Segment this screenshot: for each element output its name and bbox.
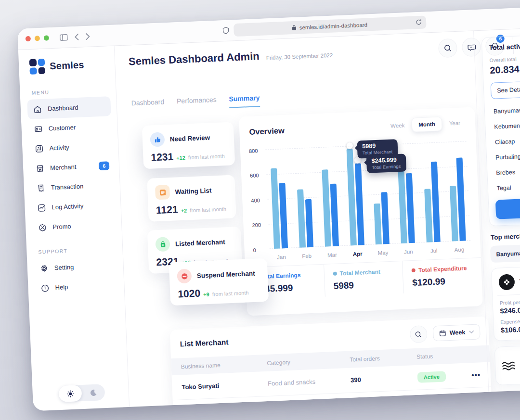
region-item[interactable]: Kebumen [492, 116, 520, 135]
sidebar-toggle-icon[interactable] [60, 34, 68, 41]
range-month[interactable]: Month [412, 116, 442, 132]
row-menu-button[interactable]: ••• [462, 370, 491, 379]
stat-label: Suspend Merchant [196, 269, 255, 279]
y-axis-tick: 200 [252, 222, 261, 228]
shield-icon[interactable] [222, 27, 229, 35]
refresh-icon[interactable] [415, 19, 422, 26]
merchant-logo-icon [498, 274, 515, 290]
range-year[interactable]: Year [442, 116, 467, 130]
filter-value: Banyumas [496, 250, 520, 258]
stat-value: 1121 [156, 204, 179, 216]
sidebar-item-promo[interactable]: Promo [32, 215, 116, 238]
traffic-light-minimize-icon[interactable] [35, 36, 40, 41]
sidebar-item-customer[interactable]: Customer [28, 116, 112, 139]
theme-toggle[interactable] [58, 384, 105, 402]
bar-group-mar[interactable]: Mar [318, 144, 342, 259]
column-total-orders: Total orders [340, 354, 407, 363]
stat-delta-suffix: from last month [190, 206, 226, 213]
sidebar-item-transaction[interactable]: Transaction [30, 175, 115, 198]
stat-delta: +9 [203, 292, 209, 298]
bar-group-jan[interactable]: Jan [267, 146, 291, 261]
stat-label: Listed Merchant [175, 238, 225, 247]
row-menu-button[interactable]: ••• [463, 395, 492, 404]
bar-group-jul[interactable]: Jul [420, 140, 444, 255]
tooltip-value: 5989 [362, 142, 392, 150]
region-item[interactable]: Tegal [494, 178, 520, 196]
panel-action-button[interactable] [495, 197, 520, 219]
bar-jan-total-earnings[interactable] [279, 183, 288, 249]
bar-group-apr[interactable]: Apr5989Total Merchant$245.999Total Earni… [343, 143, 367, 258]
region-item[interactable]: Cilacap [493, 131, 520, 150]
waiting-list-icon [155, 185, 170, 200]
sidebar-item-label: Setting [54, 264, 74, 272]
next-merchant-card[interactable] [494, 343, 520, 385]
stat-card-suspend-merchant[interactable]: Suspend Merchant 1020 +9 from last month [169, 258, 269, 305]
sidebar-item-label: Promo [52, 223, 71, 231]
top-merchant-card[interactable]: Toko Profit per month $246.000 Expenses … [491, 264, 520, 341]
x-axis-label: Mar [323, 252, 342, 258]
bar-aug-total-merchant[interactable] [450, 186, 458, 242]
sidebar-item-merchant[interactable]: Merchant 6 [29, 155, 114, 178]
bar-group-aug[interactable]: Aug [445, 139, 469, 254]
bar-jan-total-merchant[interactable] [271, 168, 280, 249]
bar-may-total-earnings[interactable] [381, 192, 390, 244]
bar-feb-total-merchant[interactable] [297, 189, 306, 247]
profit-label: Profit per month [499, 297, 520, 306]
legend-dot-icon [333, 272, 337, 276]
tab-dashboard[interactable]: Dashboard [131, 98, 165, 112]
bar-may-total-merchant[interactable] [374, 204, 382, 244]
sidebar-item-activity[interactable]: Activity [29, 136, 113, 159]
sidebar-item-help[interactable]: Help [35, 275, 119, 298]
search-button[interactable] [438, 38, 458, 58]
status-badge: Active [417, 371, 446, 382]
traffic-light-close-icon[interactable] [26, 36, 31, 41]
chart-range-toggle: Week Month Year [384, 115, 467, 133]
top-merchant-filter-dropdown[interactable]: Banyumas [490, 242, 520, 263]
summary-value: $120.99 [412, 275, 473, 288]
back-icon[interactable] [75, 33, 79, 40]
cell-category: Food and snacks [258, 377, 341, 388]
traffic-light-zoom-icon[interactable] [44, 35, 49, 40]
region-item[interactable]: Banyumas [491, 101, 520, 119]
bar-mar-total-earnings[interactable] [330, 184, 338, 246]
see-detail-button[interactable]: See Detail [491, 79, 520, 99]
period-dropdown[interactable]: Week [432, 324, 481, 341]
x-axis-label: Feb [297, 253, 316, 259]
column-category: Category [257, 356, 340, 367]
bar-group-feb[interactable]: Feb [293, 145, 317, 260]
light-mode-sun-icon[interactable] [58, 385, 82, 402]
summary-label: Total Expenditure [418, 265, 467, 273]
brand-logo[interactable]: Semles [26, 56, 109, 75]
dark-mode-moon-icon[interactable] [81, 384, 105, 401]
range-week[interactable]: Week [384, 118, 411, 133]
sidebar-item-dashboard[interactable]: Dashboard [27, 96, 111, 119]
page-title: Semles Dashboard Admin [129, 50, 260, 68]
page-tabs: Dashboard Perfomances Summary [131, 94, 260, 112]
x-axis-label: May [373, 250, 392, 256]
bar-jun-total-earnings[interactable] [406, 173, 415, 243]
region-item[interactable]: Brebes [494, 162, 520, 181]
bar-chart[interactable]: 0200400600800JanFebMarApr5989Total Merch… [265, 139, 471, 261]
stat-card-waiting-list[interactable]: Waiting List 1121 +2 from last month [147, 175, 236, 222]
sidebar-item-log-activity[interactable]: Log Activity [31, 195, 116, 218]
bar-feb-total-earnings[interactable] [305, 199, 313, 247]
column-status: Status [407, 352, 461, 361]
y-axis-tick: 800 [249, 148, 258, 154]
address-bar[interactable]: semles.id/admin-dashboard [233, 15, 426, 37]
tab-perfomances[interactable]: Perfomances [177, 96, 217, 110]
sidebar-item-setting[interactable]: Setting [34, 255, 118, 279]
tab-summary[interactable]: Summary [229, 94, 260, 108]
bar-mar-total-merchant[interactable] [322, 170, 331, 247]
chart-growth-icon [35, 144, 44, 153]
stat-card-need-review[interactable]: Need Review 1231 +12 from last month [142, 122, 235, 169]
table-search-button[interactable] [409, 325, 427, 343]
top-merchant-title: Top merchant [491, 230, 520, 241]
region-item[interactable]: Purbalingga [493, 147, 520, 165]
bar-jul-total-merchant[interactable] [424, 189, 433, 242]
sidebar-item-label: Activity [49, 144, 69, 152]
summary-total-expenditure: Total Expenditure $120.99 [402, 258, 482, 293]
x-axis-label: Jul [424, 247, 443, 254]
cell-category: Food and snacks [259, 402, 342, 411]
stat-label: Need Review [170, 134, 210, 142]
y-axis-tick: 400 [251, 197, 260, 204]
